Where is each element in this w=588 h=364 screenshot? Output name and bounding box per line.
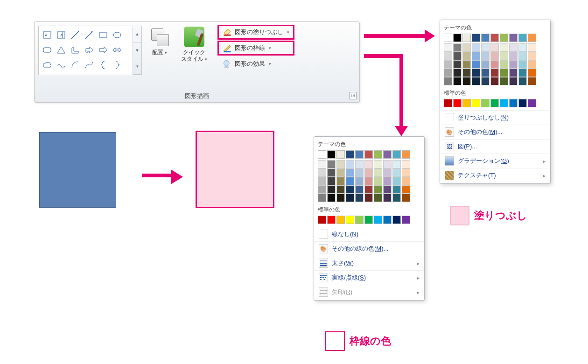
arrange-button[interactable]: 配置 [146,27,174,56]
color-swatch[interactable] [374,160,382,168]
color-swatch[interactable] [336,177,345,185]
color-swatch[interactable] [336,216,345,224]
color-swatch[interactable] [518,60,527,69]
dialog-launcher-icon[interactable]: ◲ [349,92,357,99]
color-swatch[interactable] [402,177,410,185]
shape-right-brace[interactable] [111,58,124,72]
color-swatch[interactable] [402,194,410,202]
shape-rectangle[interactable] [97,28,110,42]
color-swatch[interactable] [518,69,527,77]
shape-right-arrow[interactable] [97,43,110,57]
color-swatch[interactable] [453,52,462,60]
color-swatch[interactable] [490,43,499,52]
color-swatch[interactable] [528,69,536,77]
color-swatch[interactable] [364,216,373,224]
color-swatch[interactable] [383,150,392,159]
color-swatch[interactable] [481,52,490,60]
color-swatch[interactable] [444,99,452,107]
color-swatch[interactable] [336,160,345,168]
color-swatch[interactable] [318,168,326,177]
color-swatch[interactable] [528,77,536,85]
color-swatch[interactable] [444,69,452,77]
color-swatch[interactable] [528,52,536,60]
color-swatch[interactable] [472,34,480,42]
color-swatch[interactable] [392,216,401,224]
color-swatch[interactable] [528,60,536,69]
color-swatch[interactable] [402,160,410,168]
color-swatch[interactable] [453,60,462,69]
color-swatch[interactable] [346,177,354,185]
color-swatch[interactable] [509,52,518,60]
gradient-fill-item[interactable]: グラデーション(G)▸ [440,154,550,168]
color-swatch[interactable] [472,60,480,69]
color-swatch[interactable] [490,60,499,69]
color-swatch[interactable] [518,99,527,107]
color-swatch[interactable] [444,52,452,60]
color-swatch[interactable] [336,194,345,202]
color-swatch[interactable] [355,168,364,177]
color-swatch[interactable] [481,43,490,52]
no-fill-item[interactable]: 塗りつぶしなし(N) [440,110,550,125]
color-swatch[interactable] [528,99,536,107]
more-fill-colors-item[interactable]: 🎨その他の色(M)... [440,125,550,139]
color-swatch[interactable] [481,77,490,85]
color-swatch[interactable] [472,52,480,60]
color-swatch[interactable] [364,177,373,185]
color-swatch[interactable] [318,177,326,185]
color-swatch[interactable] [374,168,382,177]
color-swatch[interactable] [444,77,452,85]
color-swatch[interactable] [355,160,364,168]
color-swatch[interactable] [364,168,373,177]
color-swatch[interactable] [355,194,364,202]
color-swatch[interactable] [374,216,382,224]
color-swatch[interactable] [364,194,373,202]
color-swatch[interactable] [402,168,410,177]
color-swatch[interactable] [346,168,354,177]
color-swatch[interactable] [500,99,508,107]
shape-rounded-rect[interactable] [41,43,54,57]
color-swatch[interactable] [383,160,392,168]
color-swatch[interactable] [500,43,508,52]
color-swatch[interactable] [490,99,499,107]
color-swatch[interactable] [336,150,345,159]
color-swatch[interactable] [355,177,364,185]
color-swatch[interactable] [346,160,354,168]
color-swatch[interactable] [383,216,392,224]
shape-fill-button[interactable]: 図形の塗りつぶし ▾ [217,25,294,40]
color-swatch[interactable] [383,177,392,185]
color-swatch[interactable] [327,177,336,185]
color-swatch[interactable] [490,77,499,85]
color-swatch[interactable] [444,60,452,69]
color-swatch[interactable] [481,69,490,77]
color-swatch[interactable] [318,185,326,194]
shape-text-box[interactable]: A [41,28,54,42]
color-swatch[interactable] [318,194,326,202]
color-swatch[interactable] [518,43,527,52]
color-swatch[interactable] [500,34,508,42]
shape-line-arrow[interactable] [83,28,96,42]
color-swatch[interactable] [327,185,336,194]
color-swatch[interactable] [481,34,490,42]
color-swatch[interactable] [462,52,471,60]
line-dashes-item[interactable]: 実線/点線(S)▸ [314,270,424,285]
color-swatch[interactable] [392,194,401,202]
color-swatch[interactable] [444,43,452,52]
color-swatch[interactable] [327,150,336,159]
picture-fill-item[interactable]: 🖼図(P)... [440,139,550,154]
color-swatch[interactable] [383,185,392,194]
line-weight-item[interactable]: 太さ(W)▸ [314,256,424,270]
color-swatch[interactable] [364,185,373,194]
color-swatch[interactable] [453,99,462,107]
color-swatch[interactable] [462,77,471,85]
shapes-gallery[interactable]: AA ▲ ▼ ▾ [38,26,142,75]
color-swatch[interactable] [327,168,336,177]
color-swatch[interactable] [490,52,499,60]
color-swatch[interactable] [509,60,518,69]
color-swatch[interactable] [402,216,410,224]
shape-oval[interactable] [111,28,124,42]
color-swatch[interactable] [383,168,392,177]
color-swatch[interactable] [346,150,354,159]
shape-line[interactable] [69,28,82,42]
color-swatch[interactable] [462,43,471,52]
color-swatch[interactable] [336,185,345,194]
